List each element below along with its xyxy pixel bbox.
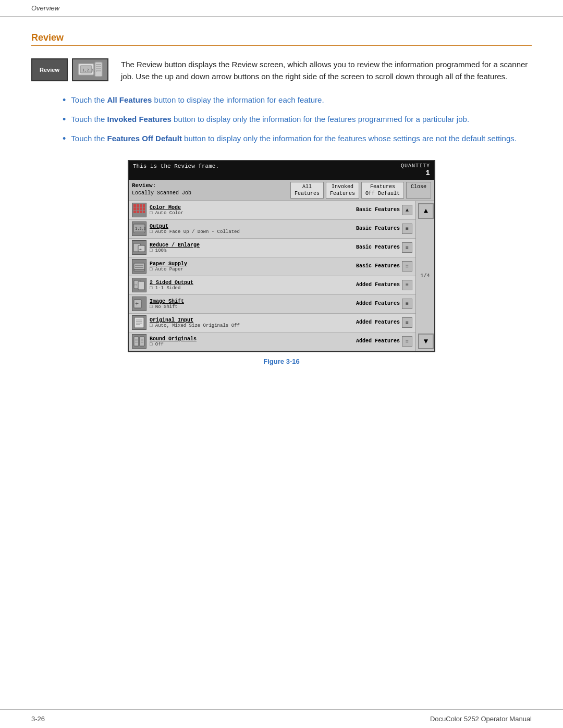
output-icon: 1,2,3.. <box>132 221 146 236</box>
bound-originals-icon <box>132 334 146 349</box>
review-frame: This is the Review frame. QUANTITY 1 Rev… <box>128 160 435 352</box>
svg-rect-26 <box>134 263 144 269</box>
bound-originals-details: Bound Originals □ Off <box>150 336 356 347</box>
frame-toolbar: Review: Locally Scanned Job AllFeatures … <box>129 180 434 201</box>
svg-rect-9 <box>137 204 139 207</box>
svg-rect-19 <box>143 211 145 213</box>
original-input-arrow[interactable]: ≡ <box>402 317 412 328</box>
color-mode-icon <box>132 203 146 217</box>
section-title: Review <box>31 32 532 46</box>
scroll-down-button[interactable]: ▼ <box>418 334 434 349</box>
invoked-features-button[interactable]: InvokedFeatures <box>326 182 359 199</box>
image-shift-details: Image Shift □ No Shift <box>150 299 356 310</box>
review-label: Review: Locally Scanned Job <box>132 182 288 199</box>
svg-rect-29 <box>134 269 144 271</box>
paper-supply-details: Paper Supply □ Auto Paper <box>150 261 356 272</box>
svg-rect-36 <box>134 317 144 328</box>
figure-label: Figure 3-16 <box>263 357 299 365</box>
reduce-enlarge-details: Reduce / Enlarge □ 100% <box>150 242 356 253</box>
svg-text:•: • <box>140 300 143 305</box>
svg-rect-18 <box>140 211 142 213</box>
intro-row: Review 1,2,3.. The Review button display… <box>31 58 532 83</box>
review-frame-wrapper: This is the Review frame. QUANTITY 1 Rev… <box>31 160 532 365</box>
intro-text: The Review button displays the Review sc… <box>121 58 532 83</box>
two-sided-arrow[interactable]: ≡ <box>402 280 412 290</box>
original-input-icon <box>132 315 146 330</box>
bullet-item-features-off-default: Touch the Features Off Default button to… <box>63 133 532 145</box>
close-button[interactable]: Close <box>406 182 431 199</box>
reduce-enlarge-arrow[interactable]: ≡ <box>402 242 412 253</box>
image-shift-arrow[interactable]: ≡ <box>402 299 412 309</box>
feature-row-reduce-enlarge: ➔ Reduce / Enlarge □ 100% Basic Features… <box>129 239 415 257</box>
bound-originals-arrow[interactable]: ≡ <box>402 336 412 347</box>
image-shift-icon: + • <box>132 297 146 311</box>
bottom-bar: 3-26 DocuColor 5252 Operator Manual <box>0 709 563 728</box>
original-input-details: Original Input □ Auto, Mixed Size Origin… <box>150 317 356 328</box>
frame-header: This is the Review frame. QUANTITY 1 <box>129 161 434 180</box>
bullet-list: Touch the All Features button to display… <box>63 94 532 145</box>
svg-rect-8 <box>133 204 136 207</box>
scanner-icon: 1,2,3.. <box>72 58 108 81</box>
two-sided-details: 2 Sided Output □ 1-1 Sided <box>150 280 356 291</box>
frame-body: Color Mode □ Auto Color Basic Features ▲… <box>129 201 434 351</box>
output-details: Output □ Auto Face Up / Down - Collated <box>150 224 356 235</box>
manual-title: DocuColor 5252 Operator Manual <box>430 715 532 723</box>
svg-text:1,2,3..: 1,2,3.. <box>135 227 145 231</box>
svg-rect-31 <box>138 281 144 290</box>
svg-rect-11 <box>143 204 145 207</box>
svg-rect-41 <box>134 337 139 346</box>
svg-rect-17 <box>137 211 139 213</box>
svg-rect-28 <box>135 267 143 268</box>
svg-text:1,2,3..: 1,2,3.. <box>82 68 98 72</box>
icon-area: Review 1,2,3.. <box>31 58 108 81</box>
bullet-item-all-features: Touch the All Features button to display… <box>63 94 532 106</box>
svg-text:+: + <box>135 301 139 308</box>
features-off-default-button[interactable]: FeaturesOff Default <box>361 182 404 199</box>
paper-supply-icon <box>132 259 146 274</box>
feature-row-bound-originals: Bound Originals □ Off Added Features ≡ <box>129 332 415 351</box>
bullet-item-invoked-features: Touch the Invoked Features button to dis… <box>63 114 532 126</box>
color-mode-details: Color Mode □ Auto Color <box>150 205 356 216</box>
all-features-button[interactable]: AllFeatures <box>290 182 324 199</box>
feature-row-paper-supply: Paper Supply □ Auto Paper Basic Features… <box>129 257 415 276</box>
side-scroll-controls: ▲ 1/4 ▼ <box>415 201 434 351</box>
svg-rect-13 <box>137 207 139 210</box>
breadcrumb: Overview <box>0 0 563 17</box>
scroll-up-arrow[interactable]: ▲ <box>402 205 412 215</box>
feature-row-color-mode: Color Mode □ Auto Color Basic Features ▲ <box>129 201 415 220</box>
svg-rect-27 <box>135 265 143 266</box>
frame-features: Color Mode □ Auto Color Basic Features ▲… <box>129 201 415 351</box>
svg-rect-15 <box>143 207 145 210</box>
two-sided-icon: ↔ <box>132 278 146 292</box>
svg-rect-14 <box>140 207 142 210</box>
feature-row-original-input: Original Input □ Auto, Mixed Size Origin… <box>129 314 415 332</box>
paper-supply-arrow[interactable]: ≡ <box>402 261 412 272</box>
svg-rect-16 <box>133 211 136 213</box>
svg-rect-10 <box>140 204 142 207</box>
svg-rect-42 <box>140 337 144 346</box>
review-button-icon: Review <box>31 58 68 81</box>
svg-rect-22 <box>134 231 144 233</box>
feature-row-output: 1,2,3.. Output □ Auto Face Up / Down - C… <box>129 220 415 239</box>
svg-text:➔: ➔ <box>139 247 142 252</box>
output-arrow[interactable]: ≡ <box>402 224 412 234</box>
reduce-enlarge-icon: ➔ <box>132 240 146 255</box>
svg-text:↔: ↔ <box>134 282 137 287</box>
scroll-up-button[interactable]: ▲ <box>418 203 434 219</box>
frame-header-label: This is the Review frame. <box>133 163 219 178</box>
feature-row-image-shift: + • Image Shift □ No Shift Added Feature… <box>129 295 415 314</box>
page-number: 3-26 <box>31 715 45 723</box>
feature-row-2-sided: ↔ 2 Sided Output □ 1-1 Sided Added Featu… <box>129 276 415 295</box>
page-indicator: 1/4 <box>418 271 432 281</box>
quantity-display: QUANTITY 1 <box>401 163 430 178</box>
svg-rect-12 <box>133 207 136 210</box>
